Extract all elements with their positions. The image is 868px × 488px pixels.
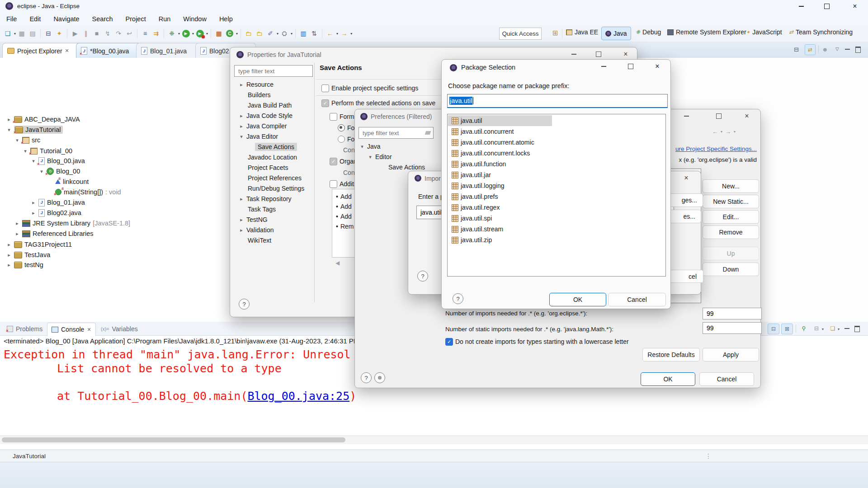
format-all-radio[interactable]: For	[338, 123, 357, 133]
run-dropdown-icon[interactable]	[192, 32, 194, 36]
minimize-console-icon[interactable]	[844, 328, 849, 329]
tab-variables[interactable]: (x)=Variables	[97, 323, 142, 335]
pref-tree-java[interactable]: Java	[359, 141, 381, 151]
link-with-editor-icon[interactable]: ⇄	[805, 44, 816, 55]
open-console-dropdown-icon[interactable]	[838, 327, 840, 331]
open-type-icon[interactable]	[244, 28, 254, 38]
chevron-down-icon[interactable]	[39, 169, 44, 174]
forward-icon[interactable]	[725, 128, 731, 135]
chevron-right-icon[interactable]	[31, 210, 36, 216]
tree-item-blog01-java[interactable]: JBlog_01.java	[31, 197, 85, 207]
help-icon[interactable]: ?	[417, 271, 428, 282]
tree-item-referenced-libraries[interactable]: Referenced Libraries	[14, 229, 94, 239]
search-flashlight-icon[interactable]	[54, 28, 64, 38]
perspective-remote-system-explorer[interactable]: Remote System Explorer	[667, 28, 746, 36]
table-icon[interactable]	[298, 28, 308, 38]
tree-item-blog02-java[interactable]: JBlog02.java	[31, 208, 81, 218]
terminate-icon[interactable]	[92, 28, 102, 38]
next-annotation-icon[interactable]	[151, 28, 161, 38]
debug-icon[interactable]	[167, 28, 177, 38]
chevron-right-icon[interactable]	[31, 200, 36, 206]
menu-run[interactable]: Run	[152, 13, 177, 25]
tree-item-tutorial00[interactable]: ×Tutorial_00	[23, 146, 72, 156]
format-brush-icon[interactable]	[265, 28, 275, 38]
chevron-right-icon[interactable]	[239, 113, 244, 119]
tab-console[interactable]: Console✕	[47, 323, 96, 336]
prop-tree-java-code-style[interactable]: Java Code Style	[239, 111, 292, 121]
resume-icon[interactable]	[70, 28, 80, 38]
page-nav-arrows[interactable]	[712, 128, 736, 135]
package-item[interactable]: java.util.logging	[452, 181, 505, 191]
tree-item-src[interactable]: ×src	[14, 135, 40, 145]
ok-button[interactable]: OK	[641, 372, 695, 386]
minimize-button[interactable]	[567, 49, 580, 59]
coverage-icon[interactable]	[214, 28, 224, 38]
menu-help[interactable]: Help	[213, 13, 239, 25]
step-over-icon[interactable]	[113, 28, 123, 38]
toggle-icon[interactable]	[374, 372, 385, 383]
forward-dropdown-icon[interactable]	[734, 130, 736, 134]
menu-project[interactable]: Project	[119, 13, 152, 25]
restore-defaults-button[interactable]: Restore Defaults	[642, 348, 700, 361]
perspective-java-ee[interactable]: Java EE	[566, 28, 598, 36]
open-resource-icon[interactable]	[255, 28, 264, 38]
save-all-icon[interactable]	[28, 28, 38, 38]
maximize-button[interactable]	[592, 49, 605, 59]
step-return-icon[interactable]	[124, 28, 134, 38]
chevron-down-icon[interactable]	[31, 158, 36, 164]
chevron-down-icon[interactable]	[6, 127, 12, 133]
prop-tree-java-editor[interactable]: Java Editor	[239, 131, 278, 141]
maximize-console-icon[interactable]	[854, 326, 860, 332]
prop-tree-save-actions[interactable]: Save Actions	[255, 142, 297, 152]
package-item[interactable]: java.util.concurrent	[452, 127, 514, 136]
prop-tree-testng[interactable]: TestNG	[239, 215, 268, 225]
cancel-button[interactable]: Cancel	[699, 372, 754, 386]
new-wizard-dropdown-icon[interactable]	[14, 32, 16, 36]
new-button[interactable]: New...	[703, 179, 759, 193]
up-button[interactable]: Up	[703, 247, 759, 260]
chevron-right-icon[interactable]	[14, 221, 20, 226]
stacktrace-link[interactable]: Blog_00.java:25	[247, 389, 349, 403]
back-dropdown-icon[interactable]	[721, 130, 722, 134]
chevron-right-icon[interactable]	[239, 123, 244, 129]
minimize-button[interactable]	[597, 61, 610, 71]
chevron-down-icon[interactable]	[14, 137, 20, 143]
prop-tree-javadoc-location[interactable]: Javadoc Location	[248, 152, 297, 162]
properties-filter-box[interactable]	[234, 65, 313, 77]
perform-actions-checkbox[interactable]: ✓Perform the selected actions on save	[321, 98, 435, 108]
remove-button[interactable]: Remove	[703, 225, 759, 239]
menu-navigate[interactable]: Navigate	[47, 13, 85, 25]
external-tools-drop-icon[interactable]	[291, 32, 292, 36]
menu-search[interactable]: Search	[86, 13, 119, 25]
back-dropdown-icon[interactable]	[336, 32, 338, 36]
minimize-button[interactable]	[679, 111, 693, 121]
package-item[interactable]: java.util.prefs	[452, 192, 498, 202]
new-class-icon[interactable]: C	[225, 28, 235, 38]
prop-tree-run-debug-settings[interactable]: Run/Debug Settings	[248, 183, 304, 193]
tree-item-main-method[interactable]: S×main(String[]) : void	[55, 187, 121, 197]
scrollbar-thumb[interactable]	[2, 437, 345, 442]
brush-dropdown-icon[interactable]	[277, 32, 278, 36]
close-button[interactable]: ×	[740, 111, 754, 121]
tree-item-testjava[interactable]: TestJava	[6, 250, 50, 260]
package-item[interactable]: java.util.jar	[452, 170, 491, 180]
perspective-javascript[interactable]: JavaScript	[746, 28, 782, 36]
prop-tree-wikitext[interactable]: WikiText	[248, 235, 271, 245]
maximize-button[interactable]	[624, 61, 637, 71]
collapse-all-icon[interactable]	[794, 46, 799, 53]
external-tools-icon[interactable]	[279, 28, 289, 38]
tree-item-testng[interactable]: testNg	[6, 260, 43, 270]
tab-project-explorer[interactable]: Project Explorer ✕	[2, 43, 81, 58]
minimize-button[interactable]	[795, 1, 807, 11]
additional-actions-checkbox[interactable]: Additi	[330, 179, 355, 189]
maximize-button[interactable]	[712, 111, 726, 121]
tab-close-icon[interactable]: ✕	[65, 48, 69, 54]
clear-filter-icon[interactable]	[425, 131, 431, 135]
tab-editor-blog01[interactable]: J Blog_01.java	[136, 43, 204, 58]
forward-icon[interactable]	[339, 28, 349, 38]
new-class-dropdown-icon[interactable]	[236, 32, 238, 36]
prop-tree-java-build-path[interactable]: Java Build Path	[248, 100, 292, 110]
close-button[interactable]: ×	[651, 61, 664, 71]
chevron-down-icon[interactable]	[359, 144, 365, 150]
maximize-view-icon[interactable]	[855, 47, 861, 53]
